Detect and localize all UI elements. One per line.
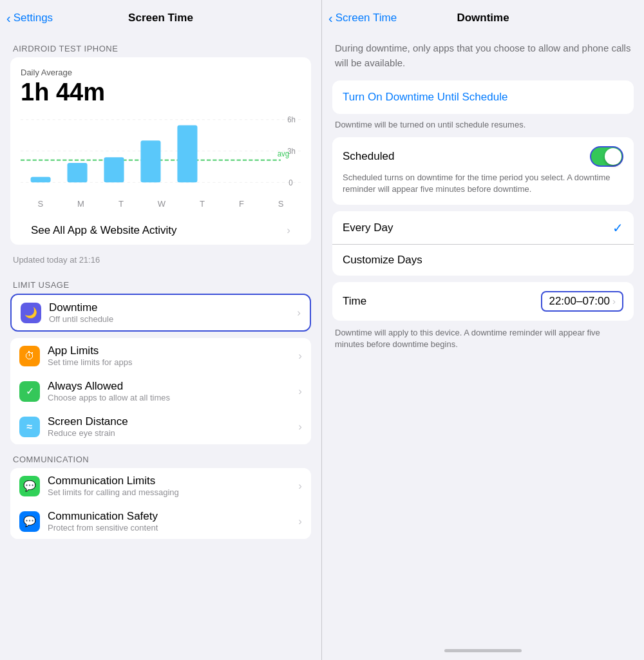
device-name-label: AIRDROID TEST IPHONE [0,33,321,57]
turn-on-label: Turn On Downtime Until Schedule [343,91,507,103]
right-nav-title: Downtime [457,12,509,24]
left-nav-bar: ‹ Settings Screen Time [0,0,321,33]
screen-distance-item[interactable]: ≈ Screen Distance Reduce eye strain › [10,409,311,444]
customize-days-option[interactable]: Customize Days [332,245,634,276]
svg-text:avg: avg [278,149,289,158]
daily-average-time: 1h 44m [21,79,301,106]
toggle-knob [605,148,621,165]
limit-usage-label: LIMIT USAGE [0,270,321,294]
left-back-button[interactable]: ‹ Settings [6,12,53,24]
downtime-subtitle: Off until schedule [49,314,292,324]
downtime-intro-text: During downtime, only apps that you choo… [322,33,644,80]
always-allowed-title: Always Allowed [48,380,293,393]
scheduled-row: Scheduled [343,146,623,167]
communication-card: 💬 Communication Limits Set limits for ca… [10,468,311,539]
comm-limits-icon-symbol: 💬 [23,480,36,492]
time-card[interactable]: Time 22:00–07:00 › [332,282,634,321]
always-allowed-chevron-icon: › [298,385,302,398]
downtime-list-item[interactable]: 🌙 Downtime Off until schedule › [12,295,310,330]
downtime-item-highlighted[interactable]: 🌙 Downtime Off until schedule › [10,294,311,332]
time-footer-text: Downtime will apply to this device. A do… [322,323,644,357]
svg-rect-8 [177,126,197,183]
communication-section-label: COMMUNICATION [0,444,321,468]
app-limits-subtitle: Set time limits for apps [48,357,293,367]
chart-svg: 6h 3h 0 avg [21,113,301,196]
day-options-card: Every Day ✓ Customize Days [332,211,634,276]
svg-text:6h: 6h [287,115,296,124]
chart-day-s2: S [278,199,284,209]
app-limits-icon: ⏱ [19,346,40,366]
scheduled-label: Scheduled [343,150,394,163]
always-allowed-icon-symbol: ✓ [26,385,34,397]
downtime-icon: 🌙 [21,303,41,323]
every-day-label: Every Day [343,222,393,234]
comm-limits-chevron-icon: › [298,480,302,493]
app-limits-content: App Limits Set time limits for apps [48,344,293,367]
comm-safety-subtitle: Protect from sensitive content [48,523,293,533]
comm-limits-title: Communication Limits [48,475,293,487]
screen-distance-title: Screen Distance [48,415,293,428]
downtime-icon-symbol: 🌙 [24,306,37,319]
turn-on-sub-text: Downtime will be turned on until schedul… [322,117,644,137]
chart-day-f: F [239,199,244,209]
left-nav-title: Screen Time [128,12,193,24]
scheduled-card: Scheduled Scheduled turns on downtime fo… [332,137,634,204]
updated-text: Updated today at 21:16 [0,251,321,270]
right-back-label: Screen Time [336,12,397,24]
customize-days-label: Customize Days [343,254,422,267]
comm-safety-item[interactable]: 💬 Communication Safety Protect from sens… [10,504,311,539]
time-chevron-icon: › [612,296,616,306]
always-allowed-subtitle: Choose apps to allow at all times [48,393,293,402]
right-back-chevron-icon: ‹ [328,12,333,24]
time-value-box[interactable]: 22:00–07:00 › [541,291,623,312]
screen-distance-content: Screen Distance Reduce eye strain [48,415,293,438]
scheduled-description: Scheduled turns on downtime for the time… [343,172,623,195]
chart-day-w: W [158,199,166,209]
always-allowed-content: Always Allowed Choose apps to allow at a… [48,380,293,402]
chart-day-t2: T [200,199,205,209]
chart-day-s1: S [37,199,43,209]
home-bar [444,649,522,652]
svg-rect-7 [140,140,160,182]
home-indicator [322,644,644,655]
see-all-chevron-icon: › [287,224,290,237]
right-nav-bar: ‹ Screen Time Downtime [322,0,644,33]
left-panel: ‹ Settings Screen Time AIRDROID TEST IPH… [0,0,322,660]
comm-safety-content: Communication Safety Protect from sensit… [48,510,293,533]
right-panel: ‹ Screen Time Downtime During downtime, … [322,0,644,660]
downtime-chevron-icon: › [297,306,301,319]
comm-safety-title: Communication Safety [48,510,293,523]
screen-distance-icon: ≈ [19,417,40,437]
comm-limits-subtitle: Set limits for calling and messaging [48,487,293,497]
comm-safety-icon-symbol: 💬 [23,515,36,527]
see-all-label: See All App & Website Activity [31,224,176,237]
time-value: 22:00–07:00 [549,295,610,308]
svg-rect-4 [31,177,51,183]
left-back-chevron-icon: ‹ [6,12,11,24]
chart-day-m: M [77,199,84,209]
comm-limits-content: Communication Limits Set limits for call… [48,475,293,497]
chart-days: S M T W T F S [21,196,301,216]
right-back-button[interactable]: ‹ Screen Time [328,12,397,24]
daily-average-label: Daily Average [21,68,301,77]
comm-limits-item[interactable]: 💬 Communication Limits Set limits for ca… [10,468,311,504]
always-allowed-item[interactable]: ✓ Always Allowed Choose apps to allow at… [10,373,311,409]
scheduled-toggle[interactable] [590,146,623,167]
every-day-option[interactable]: Every Day ✓ [332,211,634,245]
comm-safety-icon: 💬 [19,511,40,532]
app-limits-chevron-icon: › [298,350,302,363]
downtime-title: Downtime [49,301,292,314]
chart-day-t1: T [118,199,124,209]
usage-chart: 6h 3h 0 avg [21,113,301,196]
see-all-row[interactable]: See All App & Website Activity › [21,216,301,245]
daily-average-card: Daily Average 1h 44m 6h 3h 0 [10,57,311,245]
always-allowed-icon: ✓ [19,381,40,402]
every-day-checkmark-icon: ✓ [612,220,623,236]
turn-on-card[interactable]: Turn On Downtime Until Schedule [332,80,634,114]
limit-items-card: ⏱ App Limits Set time limits for apps › … [10,338,311,444]
app-limits-icon-symbol: ⏱ [24,350,35,362]
svg-text:0: 0 [289,178,293,186]
app-limits-item[interactable]: ⏱ App Limits Set time limits for apps › [10,338,311,373]
comm-limits-icon: 💬 [19,476,40,496]
downtime-content: Downtime Off until schedule [49,301,292,324]
